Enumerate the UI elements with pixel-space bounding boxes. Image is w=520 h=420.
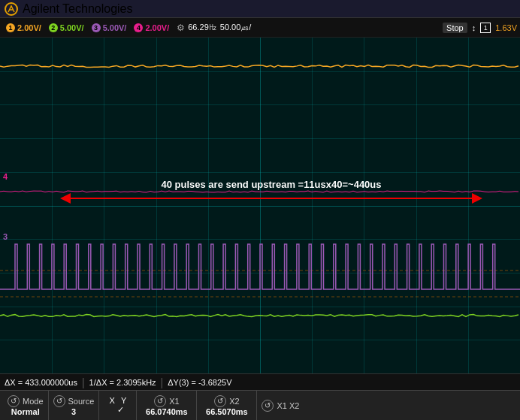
x2-label: X2 bbox=[229, 397, 239, 406]
mode-value: Normal bbox=[11, 407, 40, 416]
status-bar: ΔX = 433.000000us | 1/ΔX = 2.3095kHz | Δ… bbox=[0, 373, 520, 390]
annotation: 40 pulses are send upstream =11usx40=~44… bbox=[60, 179, 482, 204]
ch1-number: 1 bbox=[6, 23, 15, 32]
x2-btn[interactable]: ↺ X2 bbox=[214, 395, 239, 407]
agilent-logo bbox=[5, 2, 18, 16]
channel-2-info: 2 5.00V/ bbox=[46, 23, 87, 32]
mode-control[interactable]: ↺ Mode Normal bbox=[3, 391, 49, 420]
waveform-display bbox=[0, 38, 520, 373]
mode-btn[interactable]: ↺ Mode bbox=[8, 395, 44, 407]
xy-labels: X Y bbox=[110, 396, 127, 405]
source-btn[interactable]: ↺ Source bbox=[53, 395, 95, 407]
controls-bar: ↺ Mode Normal ↺ Source 3 X Y ✓ ↺ bbox=[0, 390, 520, 420]
oscilloscope-window: Agilent Technologies 1 2.00V/ 2 5.00V/ 3… bbox=[0, 0, 520, 420]
timebase-freq: 66.29㎐ bbox=[188, 22, 217, 33]
ch4-number: 4 bbox=[134, 23, 143, 32]
x1-value: 66.0740ms bbox=[146, 407, 188, 416]
trigger-arrows: ↕ bbox=[472, 23, 476, 32]
source-icon: ↺ bbox=[53, 395, 65, 407]
inv-delta-x: 1/ΔX = 2.3095kHz bbox=[89, 378, 156, 387]
arrow-shaft bbox=[71, 198, 472, 199]
delta-y: ΔY(3) = -3.6825V bbox=[168, 378, 231, 387]
mode-icon: ↺ bbox=[8, 395, 20, 407]
x-label: X bbox=[110, 396, 115, 405]
source-value: 3 bbox=[71, 407, 76, 416]
trigger-voltage: 1.63V bbox=[495, 23, 517, 32]
right-info: Stop ↕ 1 1.63V bbox=[443, 23, 517, 33]
x2-control[interactable]: ↺ X2 66.5070ms bbox=[197, 391, 257, 420]
sep2: | bbox=[161, 376, 164, 388]
ch1-value: 2.00V/ bbox=[17, 23, 41, 32]
ch3-value: 5.00V/ bbox=[103, 23, 127, 32]
x2-icon: ↺ bbox=[214, 395, 226, 407]
xy-checks: ✓ bbox=[111, 405, 124, 415]
x1x2-control[interactable]: ↺ X1 X2 bbox=[257, 391, 304, 420]
sep1: | bbox=[82, 376, 85, 388]
arrow-right-head bbox=[472, 193, 482, 204]
title-bar: Agilent Technologies bbox=[0, 0, 520, 18]
title-text: Agilent Technologies bbox=[23, 2, 132, 16]
y-check: ✓ bbox=[117, 405, 124, 415]
source-control[interactable]: ↺ Source 3 bbox=[49, 391, 100, 420]
channel-3-info: 3 5.00V/ bbox=[89, 23, 130, 32]
ch3-number: 3 bbox=[92, 23, 101, 32]
ch2-number: 2 bbox=[49, 23, 58, 32]
annotation-arrow bbox=[60, 193, 482, 204]
delta-x: ΔX = 433.000000us bbox=[5, 378, 77, 387]
x1-btn[interactable]: ↺ X1 bbox=[154, 395, 179, 407]
ch4-value: 2.00V/ bbox=[145, 23, 169, 32]
channel-4-info: 4 2.00V/ bbox=[131, 23, 172, 32]
mode-label: Mode bbox=[23, 397, 44, 406]
xy-control: X Y ✓ bbox=[99, 391, 137, 420]
timebase-section: ⚙ 66.29㎐ 50.00㎲/ bbox=[177, 22, 251, 33]
x2-value: 66.5070ms bbox=[206, 407, 248, 416]
x1x2-icon: ↺ bbox=[262, 400, 274, 412]
y-label: Y bbox=[121, 396, 126, 405]
x1-label: X1 bbox=[169, 397, 179, 406]
x1x2-label: X1 X2 bbox=[277, 401, 299, 410]
ch2-value: 5.00V/ bbox=[60, 23, 84, 32]
x1-control[interactable]: ↺ X1 66.0740ms bbox=[137, 391, 197, 420]
annotation-text: 40 pulses are send upstream =11usx40=~44… bbox=[161, 179, 381, 190]
channel-1-info: 1 2.00V/ bbox=[3, 23, 44, 32]
timebase-time: 50.00㎲/ bbox=[220, 22, 252, 33]
channel-bar: 1 2.00V/ 2 5.00V/ 3 5.00V/ 4 2.00V/ ⚙ 66… bbox=[0, 18, 520, 38]
timebase-icon: ⚙ bbox=[177, 23, 185, 33]
source-label: Source bbox=[68, 397, 95, 406]
stop-button[interactable]: Stop bbox=[443, 23, 467, 33]
arrow-left-head bbox=[60, 193, 71, 204]
x1x2-btn[interactable]: ↺ X1 X2 bbox=[262, 400, 299, 412]
trigger-num-box: 1 bbox=[480, 23, 491, 33]
oscilloscope-screen: 3 4 40 pulses are send upstream =11usx40… bbox=[0, 38, 520, 373]
x1-icon: ↺ bbox=[154, 395, 166, 407]
